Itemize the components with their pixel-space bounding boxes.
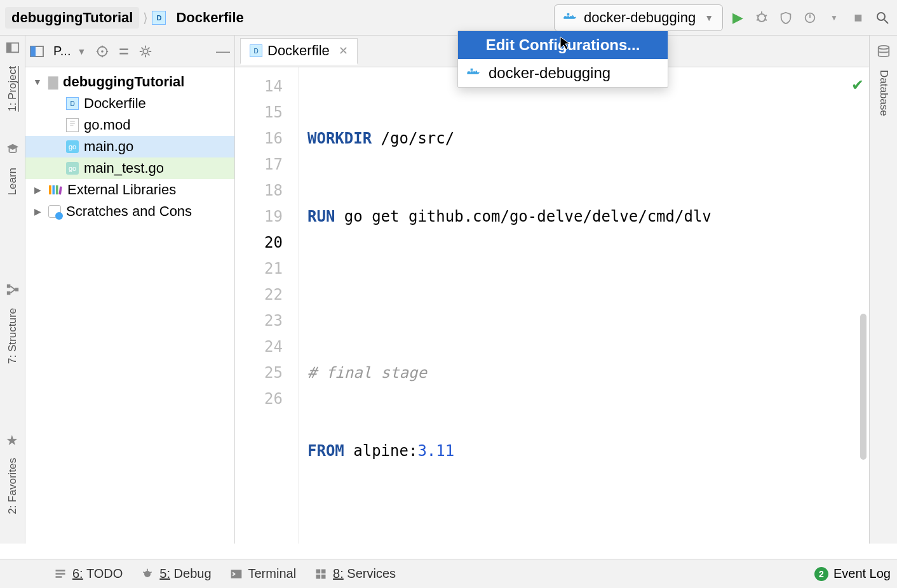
- terminal-icon: [229, 567, 243, 581]
- run-toolbar: docker-debugging ▼ ▶ ▼ ■: [554, 4, 892, 31]
- expander-icon[interactable]: ▼: [32, 77, 43, 87]
- settings-icon[interactable]: [138, 44, 153, 59]
- select-opened-file-icon[interactable]: [95, 44, 110, 59]
- profile-button[interactable]: [800, 8, 819, 27]
- learn-tool-tab[interactable]: Learn: [6, 168, 19, 195]
- structure-tool-icon[interactable]: [6, 283, 20, 297]
- svg-point-47: [144, 571, 151, 577]
- hide-panel-icon[interactable]: —: [215, 44, 231, 59]
- svg-point-24: [101, 50, 104, 53]
- right-tool-rail: Database: [869, 36, 897, 544]
- editor-area: D Dockerfile ✕ 14 15 16 17 18 19 20 21 2…: [235, 36, 869, 544]
- tree-file-maingo[interactable]: go main.go: [25, 136, 234, 157]
- svg-line-13: [884, 20, 888, 23]
- favorites-tool-tab[interactable]: 2: Favorites: [6, 458, 19, 514]
- go-file-icon: go: [66, 140, 79, 153]
- project-view-icon[interactable]: [29, 44, 44, 59]
- expand-all-icon[interactable]: [116, 44, 132, 59]
- more-run-icon[interactable]: ▼: [825, 8, 844, 27]
- bug-icon: [140, 567, 154, 581]
- tree-external-libraries[interactable]: ▶ External Libraries: [25, 179, 234, 201]
- project-panel: P...▼ — ▼ ▇ debuggingTutorial D Docker: [25, 36, 235, 544]
- run-button[interactable]: ▶: [728, 8, 747, 27]
- project-panel-title[interactable]: P...▼: [51, 43, 88, 60]
- text-file-icon: [66, 118, 79, 132]
- tree-file-gomod[interactable]: go.mod: [25, 114, 234, 136]
- breadcrumb-file[interactable]: Dockerfile: [170, 7, 250, 29]
- todo-icon: [53, 567, 67, 581]
- event-log-button[interactable]: 2 Event Log: [814, 566, 891, 581]
- bottom-toolbar: 6: TODO 5: Debug Terminal 8: Services 2 …: [0, 559, 897, 588]
- project-tool-icon[interactable]: [6, 41, 20, 55]
- debug-button[interactable]: [752, 8, 771, 27]
- svg-rect-52: [316, 569, 321, 573]
- vertical-scrollbar[interactable]: [860, 314, 867, 460]
- run-config-label: docker-debugging: [584, 10, 696, 26]
- chevron-down-icon: ▼: [705, 13, 713, 23]
- libraries-icon: [48, 184, 62, 196]
- dockerfile-icon: D: [250, 44, 262, 57]
- svg-rect-38: [58, 186, 62, 194]
- top-toolbar: debuggingTutorial ⟩ D Dockerfile docker-…: [0, 0, 897, 36]
- line-gutter: 14 15 16 17 18 19 20 21 22 23 24 25 26: [235, 67, 299, 544]
- svg-rect-46: [56, 576, 62, 578]
- svg-rect-35: [49, 185, 51, 194]
- close-tab-icon[interactable]: ✕: [339, 44, 348, 58]
- svg-point-4: [758, 14, 765, 22]
- structure-tool-tab[interactable]: 7: Structure: [6, 308, 19, 364]
- tree-file-dockerfile[interactable]: D Dockerfile: [25, 93, 234, 114]
- project-tool-tab[interactable]: 1: Project: [6, 66, 19, 112]
- code-editor[interactable]: 14 15 16 17 18 19 20 21 22 23 24 25 26 W…: [235, 67, 869, 544]
- svg-rect-16: [6, 284, 10, 288]
- debug-tool-button[interactable]: 5: Debug: [140, 566, 211, 581]
- database-tool-tab[interactable]: Database: [877, 70, 890, 116]
- todo-tool-button[interactable]: 6: TODO: [53, 566, 123, 581]
- docker-icon: [467, 68, 481, 78]
- breadcrumb-project[interactable]: debuggingTutorial: [5, 7, 139, 29]
- svg-rect-43: [471, 69, 473, 71]
- event-count-badge: 2: [814, 567, 828, 581]
- search-everywhere-button[interactable]: [873, 8, 892, 27]
- dockerfile-icon: D: [152, 11, 166, 25]
- breadcrumb: debuggingTutorial ⟩ D Dockerfile: [5, 7, 250, 29]
- learn-tool-icon[interactable]: [6, 142, 20, 156]
- docker-icon: [563, 13, 577, 23]
- svg-line-20: [10, 290, 15, 293]
- tree-root-label: debuggingTutorial: [63, 74, 184, 90]
- svg-rect-55: [321, 574, 326, 578]
- coverage-button[interactable]: [776, 8, 795, 27]
- svg-rect-44: [56, 570, 65, 571]
- stop-button[interactable]: ■: [849, 8, 868, 27]
- terminal-tool-button[interactable]: Terminal: [229, 566, 297, 581]
- svg-rect-45: [56, 573, 65, 575]
- run-config-item[interactable]: docker-debugging: [458, 59, 668, 87]
- tab-label: Dockerfile: [267, 43, 330, 59]
- left-tool-rail: 1: Project Learn 7: Structure ★ 2: Favor…: [0, 36, 25, 544]
- go-test-file-icon: go: [66, 162, 79, 175]
- project-panel-header: P...▼ —: [25, 36, 234, 67]
- tree-root[interactable]: ▼ ▇ debuggingTutorial: [25, 71, 234, 93]
- dockerfile-icon: D: [66, 97, 79, 110]
- breadcrumb-separator-icon: ⟩: [143, 10, 148, 25]
- svg-rect-36: [53, 185, 55, 194]
- tree-scratches[interactable]: ▶ Scratches and Cons: [25, 201, 234, 222]
- code-content[interactable]: WORKDIR /go/src/ RUN go get github.com/g…: [299, 67, 869, 544]
- scratches-icon: [48, 205, 61, 218]
- run-config-item-label: docker-debugging: [489, 64, 610, 82]
- tree-file-maintest[interactable]: go main_test.go: [25, 157, 234, 179]
- run-configuration-selector[interactable]: docker-debugging ▼: [554, 4, 723, 31]
- svg-rect-17: [6, 291, 10, 295]
- svg-rect-54: [316, 574, 321, 578]
- svg-rect-37: [56, 185, 58, 194]
- services-icon: [314, 567, 328, 581]
- folder-icon: ▇: [48, 74, 58, 90]
- expander-icon[interactable]: ▶: [32, 206, 43, 217]
- status-ok-icon: ✔: [851, 76, 864, 94]
- expander-icon[interactable]: ▶: [32, 185, 43, 195]
- favorites-tool-icon[interactable]: ★: [6, 432, 20, 446]
- mouse-cursor-icon: [559, 36, 572, 51]
- services-tool-button[interactable]: 8: Services: [314, 566, 396, 581]
- svg-rect-18: [15, 288, 18, 292]
- tab-dockerfile[interactable]: D Dockerfile ✕: [240, 38, 358, 65]
- database-tool-icon[interactable]: [877, 44, 891, 58]
